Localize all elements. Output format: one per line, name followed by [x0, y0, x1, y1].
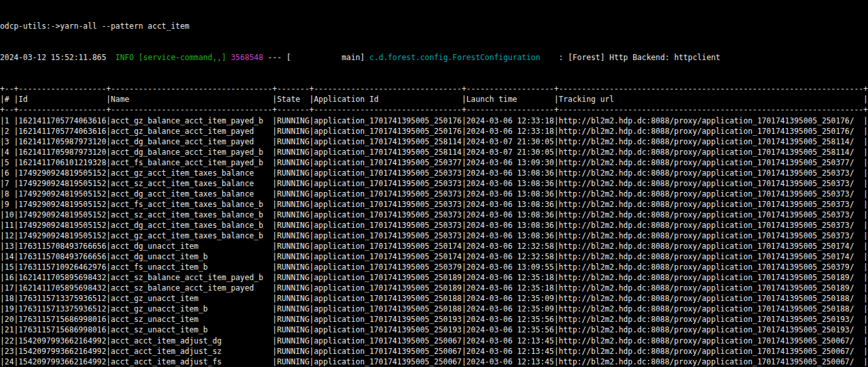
log-segment: : [Forest] Http Backend: httpclient: [540, 53, 721, 62]
log-segment: [service-command,,]: [138, 53, 226, 62]
table-header: |# |Id |Name |State |Application Id |Lau…: [0, 94, 868, 104]
table-row: |17|1621411705895698432|acct_sz_balance_…: [0, 283, 868, 293]
table-row: |12|1749290924819505152|acct_gz_acct_ite…: [0, 231, 868, 241]
table-row: |5 |1621411706101219328|acct_fs_balance_…: [0, 157, 868, 168]
table-row: |24|1542097993662164992|acct_acct_item_a…: [0, 357, 868, 367]
table-row: |4 |1621411705987973120|acct_dg_balance_…: [0, 147, 868, 157]
table-row: |22|1542097993662164992|acct_acct_item_a…: [0, 336, 868, 346]
yarn-applications-table: +--+-------------------+----------------…: [0, 84, 868, 367]
table-row: |2 |1621411705774063616|acct_gz_balance_…: [0, 126, 868, 136]
log-segment: [226, 53, 231, 62]
table-border: +--+-------------------+----------------…: [0, 84, 868, 94]
table-row: |7 |1749290924819505152|acct_sz_acct_ite…: [0, 178, 868, 189]
log-segment: INFO: [111, 53, 134, 62]
table-row: |21|1763115715686998016|acct_sz_unacct_i…: [0, 325, 868, 335]
table-row: |1 |1621411705774063616|acct_gz_balance_…: [0, 116, 868, 126]
table-row: |3 |1621411705987973120|acct_dg_balance_…: [0, 136, 868, 147]
table-row: |20|1763115715686998016|acct_sz_unacct_i…: [0, 314, 868, 325]
table-row: |11|1749290924819505152|acct_dg_acct_ite…: [0, 220, 868, 231]
table-row: |14|1763115708493766656|acct_dg_unacct_i…: [0, 251, 868, 262]
command-text: odcp-utils:->yarn-all --pattern acct_ite…: [0, 22, 189, 31]
table-row: |15|1763115710926462976|acct_fs_unacct_i…: [0, 262, 868, 272]
table-row: |16|1621411705895698432|acct_sz_balance_…: [0, 272, 868, 283]
table-row: |8 |1749290924819505152|acct_dg_acct_ite…: [0, 189, 868, 199]
table-row: |23|1542097993662164992|acct_acct_item_a…: [0, 346, 868, 357]
terminal-screen[interactable]: odcp-utils:->yarn-all --pattern acct_ite…: [0, 0, 868, 367]
table-row: |13|1763115708493766656|acct_dg_unacct_i…: [0, 241, 868, 251]
table-row: |9 |1749290924819505152|acct_fs_acct_ite…: [0, 199, 868, 210]
log-line: 2024-03-12 15:52:11.865 INFO [service-co…: [0, 52, 868, 63]
table-row: |19|1763115713375936512|acct_gz_unacct_i…: [0, 304, 868, 314]
log-segment: c.d.forest.config.ForestConfiguration: [369, 53, 540, 62]
log-segment: 3568548: [231, 53, 264, 62]
table-row: |18|1763115713375936512|acct_gz_unacct_i…: [0, 293, 868, 304]
table-row: |10|1749290924819505152|acct_sz_acct_ite…: [0, 210, 868, 220]
table-row: |6 |1749290924819505152|acct_gz_acct_ite…: [0, 168, 868, 178]
command-line: odcp-utils:->yarn-all --pattern acct_ite…: [0, 21, 868, 31]
log-segment: --- [ main]: [263, 53, 369, 62]
table-border: +--+-------------------+----------------…: [0, 104, 868, 115]
log-segment: 2024-03-12 15:52:11.865: [0, 53, 111, 62]
